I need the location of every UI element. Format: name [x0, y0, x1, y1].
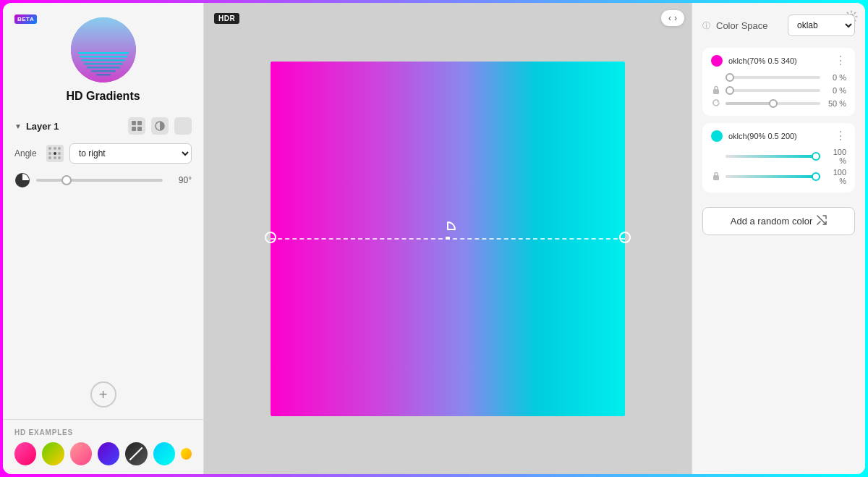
angle-pie-icon — [14, 172, 30, 188]
dot-active — [54, 152, 56, 155]
swatch-5[interactable] — [125, 442, 147, 465]
direction-grid[interactable] — [46, 145, 64, 162]
color-stop-1-slider-3: 50 % — [711, 98, 846, 109]
swatch-6[interactable] — [153, 442, 175, 465]
color-stop-2-name: oklch(90% 0.5 200) — [728, 132, 829, 140]
lock-icon-2[interactable] — [711, 172, 721, 182]
spacer-icon — [711, 72, 721, 83]
color-stop-2: oklch(90% 0.5 200) ⋮ 100 % — [702, 123, 855, 193]
slider-track-midpoint[interactable] — [726, 102, 820, 105]
color-stop-2-slider-2: 100 % — [711, 168, 846, 185]
svg-rect-20 — [713, 175, 719, 180]
app-title: HD Gradients — [66, 90, 140, 103]
info-icon: ⓘ — [702, 20, 710, 31]
angle-label: Angle — [14, 148, 41, 159]
layer-halfcircle-icon[interactable] — [151, 117, 169, 135]
svg-line-16 — [129, 447, 142, 460]
slider-5-value: 100 % — [825, 168, 846, 185]
dot — [58, 152, 61, 155]
dot — [58, 156, 61, 159]
lock-icon[interactable] — [711, 85, 721, 96]
slider-track-cyan2[interactable] — [726, 175, 820, 178]
color-stop-1-slider-1: 0 % — [711, 72, 846, 83]
nav-arrows-button[interactable]: ‹ › — [661, 10, 684, 26]
midpoint-tick — [446, 237, 450, 240]
svg-rect-4 — [80, 56, 127, 58]
slider-4-value: 100 % — [825, 148, 846, 165]
color-stop-1-slider-2: 0 % — [711, 85, 846, 96]
svg-rect-9 — [96, 74, 111, 76]
angle-row: Angle to rightto leftto topto bottom45de… — [14, 143, 192, 164]
sidebar: BETA — [3, 3, 204, 474]
svg-rect-6 — [84, 63, 123, 65]
svg-rect-13 — [137, 127, 142, 131]
svg-rect-19 — [713, 89, 719, 94]
swatch-4[interactable] — [98, 442, 119, 465]
hd-examples-section: HD EXAMPLES — [3, 419, 203, 474]
slider-track-cyan[interactable] — [726, 155, 820, 158]
dot — [54, 156, 56, 159]
hdr-badge: HDR — [214, 13, 239, 24]
right-panel-header: ⓘ Color Space oklaboklchsrgbdisplay-p3 — [702, 14, 855, 36]
app-logo — [71, 17, 136, 83]
add-color-label: Add a random color — [731, 216, 812, 227]
main-canvas: HDR ‹ › — [204, 3, 692, 474]
add-layer-button[interactable]: + — [90, 381, 116, 408]
svg-rect-2 — [71, 17, 136, 83]
angle-select[interactable]: to rightto leftto topto bottom45deg90deg… — [69, 143, 192, 164]
svg-rect-10 — [132, 121, 136, 125]
slider-1-value: 0 % — [825, 73, 846, 82]
dot — [58, 147, 61, 150]
layer-chevron-icon[interactable]: ▼ — [14, 122, 22, 130]
layer-grid-icon[interactable] — [128, 117, 145, 135]
example-swatches — [14, 442, 192, 465]
color-stop-2-menu[interactable]: ⋮ — [835, 130, 846, 142]
right-panel: ⓘ Color Space oklaboklchsrgbdisplay-p3 o… — [692, 3, 865, 474]
svg-rect-11 — [137, 121, 142, 125]
add-random-color-button[interactable]: Add a random color — [702, 207, 855, 235]
layer-moon-icon[interactable] — [174, 117, 192, 135]
color-stop-1-menu[interactable]: ⋮ — [835, 55, 846, 67]
dot — [48, 152, 51, 155]
swatch-3[interactable] — [70, 442, 92, 465]
color-stop-2-slider-1: 100 % — [711, 148, 846, 165]
left-arrow-icon: ‹ — [668, 13, 671, 23]
color-space-label: Color Space — [716, 20, 768, 31]
hd-examples-label: HD EXAMPLES — [14, 429, 192, 436]
shuffle-icon — [817, 215, 827, 227]
swatch-1[interactable] — [14, 442, 36, 465]
swatch-2[interactable] — [42, 442, 64, 465]
svg-rect-3 — [78, 52, 129, 54]
color-stop-1: oklch(70% 0.5 340) ⋮ 0 % — [702, 48, 855, 116]
color-space-select[interactable]: oklaboklchsrgbdisplay-p3 — [788, 14, 855, 36]
angle-slider-track[interactable] — [36, 179, 163, 182]
layer-title: Layer 1 — [26, 121, 59, 132]
layer-section: ▼ Layer 1 — [3, 111, 203, 370]
gradient-handle-left[interactable] — [265, 232, 276, 243]
slider-3-value: 50 % — [825, 99, 846, 108]
swatch-7[interactable] — [181, 448, 192, 460]
spacer-icon — [711, 151, 721, 161]
dot — [48, 156, 51, 159]
angle-slider-value: 90° — [169, 175, 192, 185]
add-layer-section: + — [3, 381, 203, 408]
color-stop-1-name: oklch(70% 0.5 340) — [728, 56, 829, 65]
rotate-icon — [711, 98, 721, 109]
color-dot-1[interactable] — [711, 55, 723, 67]
svg-rect-12 — [132, 127, 136, 131]
slider-track[interactable] — [726, 76, 820, 79]
svg-rect-5 — [82, 59, 125, 62]
gradient-preview[interactable] — [271, 62, 625, 416]
angle-slider-row: 90° — [14, 172, 192, 188]
dot — [48, 147, 51, 150]
gradient-handle-right[interactable] — [619, 232, 631, 243]
svg-rect-7 — [87, 67, 120, 69]
slider-track[interactable] — [726, 89, 820, 92]
svg-rect-8 — [91, 70, 116, 72]
color-dot-2[interactable] — [711, 130, 723, 142]
slider-2-value: 0 % — [825, 86, 846, 95]
dot — [54, 147, 56, 150]
right-arrow-icon: › — [674, 13, 677, 23]
beta-badge: BETA — [14, 14, 37, 24]
